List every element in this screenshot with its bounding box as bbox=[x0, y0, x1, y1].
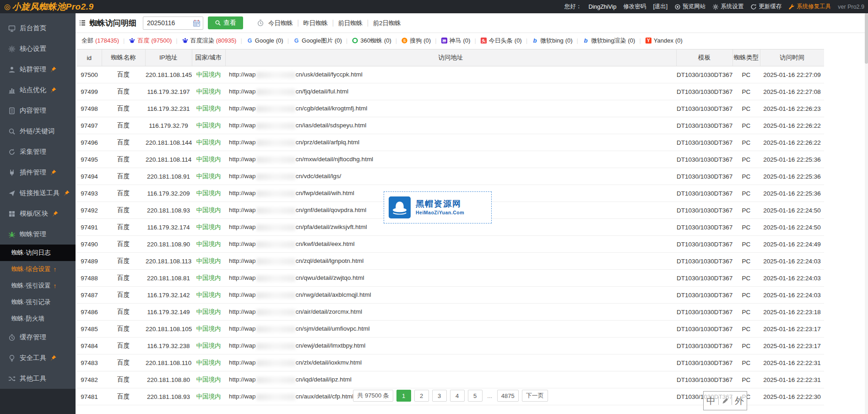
pagination-page[interactable]: 5 bbox=[468, 390, 483, 402]
cell-url[interactable]: http://wapcn/cgb/detail/krogtmfj.html bbox=[225, 100, 676, 117]
quick-link[interactable]: 前2日蜘蛛 bbox=[373, 20, 401, 27]
cell-spider-type: PC bbox=[732, 219, 760, 236]
google-icon: G bbox=[246, 37, 253, 44]
cell-url[interactable]: http://wapcn/qwu/detail/zwjtqo.html bbox=[225, 270, 676, 287]
sidebar-item[interactable]: 蜘蛛·强引设置↑ bbox=[0, 278, 76, 294]
filter-item[interactable]: GGoogle(0) bbox=[246, 37, 283, 44]
pagination-page[interactable]: 2 bbox=[414, 390, 429, 402]
chart-icon bbox=[8, 87, 16, 94]
sidebar-item[interactable]: 蜘蛛·强引记录 bbox=[0, 294, 76, 310]
bulb-icon bbox=[8, 354, 16, 362]
url-suffix: cn/fwp/detail/wih.html bbox=[296, 190, 354, 196]
pagination-next[interactable]: 下一页 bbox=[522, 390, 548, 402]
cell-template: DT1030/1030DT3673 bbox=[676, 287, 732, 304]
sidebar-item[interactable]: 蜘蛛·防火墙 bbox=[0, 310, 76, 327]
cell-id: 97489 bbox=[77, 253, 102, 270]
url-blurred-segment bbox=[256, 258, 295, 265]
sidebar-item-label: 其他工具 bbox=[20, 374, 46, 383]
filter-item[interactable]: YYandex(0) bbox=[645, 37, 683, 44]
sidebar-item[interactable]: 站点优化 bbox=[0, 80, 76, 100]
cell-url[interactable]: http://wapcn/zlx/detail/ioxkmv.html bbox=[225, 354, 676, 371]
preview-site-link[interactable]: 预览网站 bbox=[674, 3, 705, 11]
cell-url[interactable]: http://wapcn/iqd/detail/ipz.html bbox=[225, 371, 676, 388]
url-prefix: http://wap bbox=[229, 325, 256, 332]
cell-time: 2025-01-16 22:24:03 bbox=[760, 253, 824, 270]
table-row: 97489百度220.181.108.113中国境内http://wapcn/z… bbox=[77, 253, 824, 270]
cell-ip: 220.181.108.91 bbox=[145, 168, 192, 185]
cell-location: 中国境内 bbox=[192, 202, 225, 219]
update-cache-link[interactable]: 更新缓存 bbox=[750, 3, 781, 11]
stamp-right-char: 外 bbox=[735, 395, 744, 407]
pagination-page[interactable]: 1 bbox=[396, 390, 411, 402]
filter-item[interactable]: 百度渲染(80935) bbox=[182, 37, 237, 45]
pagination-page[interactable]: 4 bbox=[450, 390, 465, 402]
cell-url[interactable]: http://wapcn/air/detail/zorcmx.html bbox=[225, 304, 676, 321]
cell-url[interactable]: http://wapcn/fjq/detail/ful.html bbox=[225, 83, 676, 100]
cell-url[interactable]: http://wapcn/vdc/detail/lgs/ bbox=[225, 168, 676, 185]
quick-link[interactable]: 今日蜘蛛 bbox=[268, 20, 293, 27]
url-prefix: http://wap bbox=[229, 257, 256, 264]
sidebar-item[interactable]: 后台首页 bbox=[0, 18, 76, 38]
filter-item[interactable]: 神神马(0) bbox=[441, 37, 471, 45]
send-icon bbox=[8, 190, 16, 197]
monitor-icon bbox=[8, 25, 16, 32]
url-prefix: http://wap bbox=[229, 156, 256, 163]
url-suffix: cn/ewj/detail/lmxtbpy.html bbox=[296, 342, 366, 349]
filter-item[interactable]: 360蜘蛛(0) bbox=[352, 37, 391, 45]
quick-link[interactable]: 昨日蜘蛛 bbox=[303, 20, 328, 27]
brand-logo[interactable]: ◎ 小旋风蜘蛛池Pro2.9 bbox=[0, 1, 94, 13]
filter-item[interactable]: b微软bing(0) bbox=[532, 37, 572, 45]
filter-item[interactable]: b微软bing渲染(0) bbox=[582, 37, 635, 45]
scrollbar[interactable] bbox=[865, 13, 868, 414]
cell-url[interactable]: http://wapcn/prz/detail/arfplq.html bbox=[225, 134, 676, 151]
filter-all[interactable]: 全部(178435) bbox=[81, 37, 119, 45]
cell-url[interactable]: http://wapcn/zql/detail/lgnpotn.html bbox=[225, 253, 676, 270]
pagination-page[interactable]: 3 bbox=[432, 390, 447, 402]
cell-url[interactable]: http://wapcn/usk/detail/fyccpk.html bbox=[225, 66, 676, 83]
sidebar-item[interactable]: 内容管理 bbox=[0, 100, 76, 121]
filter-item[interactable]: S搜狗(0) bbox=[401, 37, 431, 45]
cell-url[interactable]: http://wapcn/ias/detail/sdspeyu.html bbox=[225, 117, 676, 134]
watermark-text: 黑帽资源网 HeiMaoZiYuan.Com bbox=[416, 200, 464, 216]
cell-url[interactable]: http://wapcn/kwf/detail/eex.html bbox=[225, 236, 676, 253]
sidebar-item[interactable]: 模板/区块 bbox=[0, 203, 76, 224]
cell-url[interactable]: http://wapcn/ewj/detail/lmxtbpy.html bbox=[225, 338, 676, 354]
quick-link[interactable]: 前日蜘蛛 bbox=[338, 20, 363, 27]
sidebar-item[interactable]: 蜘蛛·综合设置↑ bbox=[0, 261, 76, 278]
cell-spider: 百度 bbox=[102, 66, 145, 83]
sidebar-item[interactable]: 蜘蛛·访问日志 bbox=[0, 245, 76, 261]
system-settings-link[interactable]: 系统设置 bbox=[712, 3, 743, 11]
filter-item[interactable]: 头今日头条(0) bbox=[480, 37, 522, 45]
sidebar-item[interactable]: 链接推送工具 bbox=[0, 183, 76, 203]
view-button[interactable]: 查看 bbox=[208, 16, 243, 29]
sidebar-item[interactable]: 采集管理 bbox=[0, 142, 76, 162]
pagination-last-page[interactable]: 4875 bbox=[497, 390, 519, 402]
cell-template: DT1030/1030DT3673 bbox=[676, 219, 732, 236]
sidebar-item[interactable]: 核心设置 bbox=[0, 38, 76, 59]
plug-icon bbox=[8, 169, 16, 176]
calendar-icon[interactable] bbox=[193, 19, 201, 27]
cell-time: 2025-01-16 22:24:03 bbox=[760, 287, 824, 304]
cell-location: 中国境内 bbox=[192, 66, 225, 83]
shuffle-icon bbox=[8, 375, 16, 382]
sidebar-item[interactable]: 站群管理 bbox=[0, 59, 76, 80]
sidebar-item[interactable]: 缓存管理 bbox=[0, 327, 76, 348]
sidebar-item[interactable]: 安全工具 bbox=[0, 348, 76, 368]
sidebar-item[interactable]: 蜘蛛管理 bbox=[0, 224, 76, 245]
scrollbar-thumb[interactable] bbox=[865, 13, 868, 64]
system-repair-link[interactable]: 系统修复工具 bbox=[788, 3, 831, 11]
cell-url[interactable]: http://wapcn/mxw/detail/njftocdhg.html bbox=[225, 151, 676, 168]
cell-template: DT1030/1030DT3673 bbox=[676, 134, 732, 151]
sidebar-item[interactable]: 插件管理 bbox=[0, 162, 76, 183]
cell-url[interactable]: http://wapcn/rwg/detail/axblcmqjl.html bbox=[225, 287, 676, 304]
logout-link[interactable]: [退出] bbox=[653, 3, 667, 11]
filter-item[interactable]: GGoogle图片(0) bbox=[293, 37, 342, 45]
table-row: 97488百度220.181.108.81中国境内http://wapcn/qw… bbox=[77, 270, 824, 287]
cell-url[interactable]: http://wapcn/sjm/detail/umfiovpc.html bbox=[225, 321, 676, 338]
cell-spider-type: PC bbox=[732, 236, 760, 253]
change-password-link[interactable]: 修改密码 bbox=[623, 3, 646, 11]
filter-item[interactable]: 百度(97500) bbox=[129, 37, 172, 45]
pin-icon bbox=[49, 87, 57, 94]
sidebar-item[interactable]: 其他工具 bbox=[0, 368, 76, 389]
sidebar-item[interactable]: 外链/关键词 bbox=[0, 121, 76, 142]
